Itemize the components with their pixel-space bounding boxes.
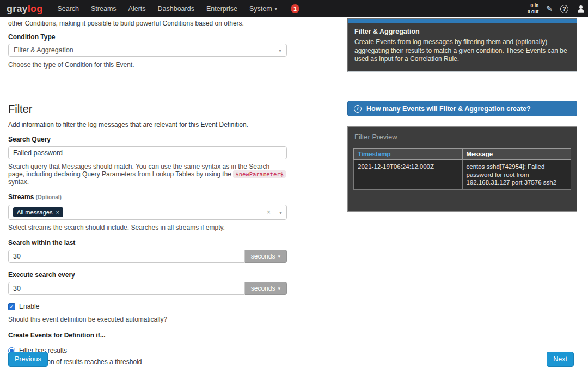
preview-header-row: Timestamp Message — [354, 149, 571, 160]
streams-label-text: Streams — [8, 193, 34, 201]
condition-doc-panel: Filter & Aggregation Create Events from … — [347, 18, 577, 72]
search-within-unit-dropdown[interactable]: seconds ▾ — [245, 250, 287, 263]
event-definition-form: other Conditions, making it possible to … — [8, 20, 287, 366]
enable-checkbox[interactable]: ✓ — [8, 303, 15, 310]
user-silhouette — [576, 4, 586, 14]
nav-item-label: Alerts — [128, 5, 146, 13]
nav-item-alerts[interactable]: Alerts — [122, 0, 152, 17]
help-question-glyph: ? — [560, 5, 568, 13]
create-events-label: Create Events for Definition if... — [8, 331, 287, 339]
execute-every-unit-dropdown[interactable]: seconds ▾ — [245, 282, 287, 295]
radio-aggregation-threshold[interactable]: Aggregation of results reaches a thresho… — [8, 358, 287, 366]
unit-label: seconds — [251, 253, 275, 260]
filter-preview-panel: Filter Preview Timestamp Message 2021-12… — [347, 126, 577, 212]
doc-panel-body: Filter & Aggregation Create Events from … — [348, 23, 577, 69]
search-query-help: Search query that Messages should match.… — [8, 163, 287, 186]
graylog-logo[interactable]: graylog — [7, 3, 42, 15]
nav-item-dashboards[interactable]: Dashboards — [152, 0, 200, 17]
chevron-down-icon[interactable]: ▾ — [279, 210, 282, 216]
notification-badge[interactable]: 1 — [291, 4, 299, 13]
enable-checkbox-row[interactable]: ✓ Enable — [8, 303, 287, 310]
nav-item-enterprise[interactable]: Enterprise — [200, 0, 243, 17]
radio-filter-has-results[interactable]: Filter has results — [8, 347, 287, 354]
nav-item-search[interactable]: Search — [51, 0, 85, 17]
chevron-down-icon: ▾ — [275, 6, 278, 11]
help-icon[interactable]: ? — [560, 5, 568, 13]
chevron-down-icon: ▾ — [278, 286, 280, 291]
filter-preview-table: Timestamp Message 2021-12-19T06:24:12.00… — [353, 148, 571, 190]
condition-type-help: Choose the type of Condition for this Ev… — [8, 61, 287, 69]
events-info-bar[interactable]: i How many Events will Filter & Aggregat… — [347, 101, 577, 116]
nav-item-label: Search — [57, 5, 79, 13]
search-query-row — [8, 146, 287, 159]
doc-panel-title: Filter & Aggregation — [354, 28, 570, 35]
enable-help: Should this event definition be executed… — [8, 316, 287, 323]
table-row[interactable]: 2021-12-19T06:24:12.000Z centos sshd[742… — [354, 160, 571, 190]
column-header-timestamp[interactable]: Timestamp — [354, 149, 463, 160]
filter-section-description: Add information to filter the log messag… — [8, 121, 287, 128]
filter-preview-title: Filter Preview — [354, 133, 571, 141]
throughput-indicator: 0 in 0 out — [528, 3, 538, 14]
streams-optional-hint: (Optional) — [36, 194, 62, 200]
column-header-message: Message — [462, 149, 571, 160]
info-bar-text: How many Events will Filter & Aggregatio… — [366, 105, 531, 113]
right-sidebar: Filter & Aggregation Create Events from … — [347, 18, 577, 212]
streams-select[interactable]: All messages × × ▾ — [8, 205, 287, 220]
info-icon: i — [354, 105, 362, 113]
chevron-down-icon: ▾ — [278, 254, 280, 259]
user-icon[interactable] — [576, 4, 586, 14]
filter-section-title: Filter — [8, 103, 287, 115]
streams-label: Streams (Optional) — [8, 193, 287, 201]
condition-type-value: Filter & Aggregation — [14, 46, 279, 54]
chevron-down-icon: ▾ — [279, 47, 281, 53]
cell-timestamp: 2021-12-19T06:24:12.000Z — [354, 160, 463, 190]
search-within-input[interactable] — [8, 250, 245, 263]
top-navbar: graylog Search Streams Alerts Dashboards… — [0, 0, 588, 17]
tag-remove-icon[interactable]: × — [56, 209, 59, 216]
throughput-out: 0 out — [528, 9, 538, 15]
condition-type-select[interactable]: Filter & Aggregation ▾ — [8, 44, 287, 57]
doc-panel-text: Create Events from log messages by filte… — [354, 38, 570, 64]
stream-tag-all-messages: All messages × — [13, 207, 63, 217]
cell-message: centos sshd[742954]: Failed password for… — [462, 160, 571, 190]
streams-help: Select streams the search should include… — [8, 224, 287, 231]
nav-item-label: Dashboards — [158, 5, 194, 13]
nav-item-label: System — [249, 5, 272, 13]
help-text-before: Search query that Messages should match.… — [8, 163, 270, 178]
logo-red-text: log — [28, 3, 43, 14]
enable-label: Enable — [19, 303, 39, 310]
logo-gray-text: gray — [7, 3, 28, 14]
execute-every-label: Execute search every — [8, 271, 287, 279]
nav-item-streams[interactable]: Streams — [85, 0, 122, 17]
help-text-after: syntax. — [8, 178, 29, 186]
search-query-label: Search Query — [8, 136, 287, 143]
unit-label: seconds — [251, 285, 275, 292]
search-query-input[interactable] — [8, 146, 287, 159]
stream-tag-label: All messages — [17, 209, 52, 216]
execute-every-group: seconds ▾ — [8, 282, 287, 295]
edit-icon[interactable]: ✎ — [546, 4, 553, 13]
next-button[interactable]: Next — [547, 352, 574, 367]
nav-item-label: Streams — [91, 5, 117, 13]
condition-type-label: Condition Type — [8, 33, 287, 41]
nav-item-label: Enterprise — [206, 5, 237, 13]
nav-menu: Search Streams Alerts Dashboards Enterpr… — [51, 0, 283, 17]
previous-button[interactable]: Previous — [8, 352, 48, 367]
throughput-in: 0 in — [528, 3, 538, 9]
doc-panel-accent-bar — [348, 19, 577, 23]
parameter-code: $newParameter$ — [233, 170, 286, 178]
intro-text: other Conditions, making it possible to … — [8, 20, 287, 27]
nav-item-system[interactable]: System ▾ — [243, 0, 283, 17]
navbar-right: 0 in 0 out ✎ ? — [528, 3, 588, 14]
clear-all-icon[interactable]: × — [267, 208, 271, 216]
event-definition-page: graylog Search Streams Alerts Dashboards… — [0, 0, 588, 375]
search-within-group: seconds ▾ — [8, 250, 287, 263]
execute-every-input[interactable] — [8, 282, 245, 295]
search-within-label: Search within the last — [8, 239, 287, 247]
